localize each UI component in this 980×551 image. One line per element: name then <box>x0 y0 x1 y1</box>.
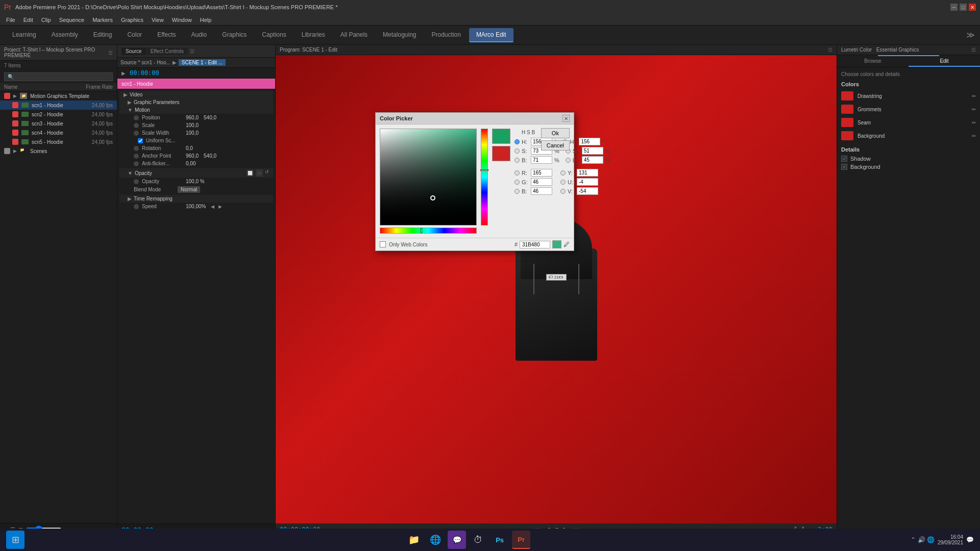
menu-edit[interactable]: Edit <box>19 16 37 24</box>
opacity-pct-value[interactable]: 100,0 % <box>186 179 205 184</box>
edit-tab[interactable]: Edit <box>909 56 980 67</box>
start-button[interactable]: ⊞ <box>6 531 24 549</box>
expand-workspace-btn[interactable]: ≫ <box>966 30 975 40</box>
b-input-1[interactable] <box>531 156 552 164</box>
opacity-btn1[interactable]: ⬜ <box>247 169 254 177</box>
position-x[interactable]: 960,0 <box>186 115 199 120</box>
menu-window[interactable]: Window <box>168 16 196 24</box>
scene-button[interactable]: SCENE 1 - Edit ... <box>179 59 226 66</box>
tab-metaloguing[interactable]: Metaloguing <box>376 28 423 42</box>
taskbar-premiere[interactable]: Pr <box>512 531 530 549</box>
list-item[interactable]: scn4 - Hoodie 24,00 fps <box>0 128 117 137</box>
uniform-scale-checkbox[interactable] <box>138 138 143 143</box>
g-radio[interactable] <box>514 180 520 185</box>
tab-marco-edit[interactable]: MArco Edit <box>469 28 513 42</box>
y-radio[interactable] <box>560 170 566 176</box>
menu-markers[interactable]: Markers <box>88 16 117 24</box>
taskbar-edge[interactable]: 🌐 <box>426 531 445 549</box>
u-input[interactable] <box>577 178 598 186</box>
web-colors-checkbox[interactable] <box>380 241 386 247</box>
seam-swatch[interactable] <box>841 118 853 127</box>
taskbar-photoshop[interactable]: Ps <box>491 531 509 549</box>
list-item[interactable]: ▶ 📁 Motion Graphics Template <box>0 91 117 101</box>
anchor-y[interactable]: 540,0 <box>204 153 216 159</box>
menu-clip[interactable]: Clip <box>37 16 55 24</box>
r-radio[interactable] <box>514 170 520 176</box>
drawstring-swatch[interactable] <box>841 91 853 101</box>
clip-bar[interactable]: scn1 - Hoodie <box>117 79 275 89</box>
r-input[interactable] <box>531 169 552 177</box>
v-input[interactable] <box>577 187 598 195</box>
scale-width-value[interactable]: 100,0 <box>186 130 199 136</box>
list-item[interactable]: ▶ 📁 Scenes <box>0 146 117 156</box>
v-radio[interactable] <box>560 189 566 194</box>
menu-view[interactable]: View <box>148 16 168 24</box>
scale-value[interactable]: 100,0 <box>186 122 199 128</box>
monitor-menu-btn[interactable]: ☰ <box>828 47 832 53</box>
l-input[interactable] <box>582 156 603 164</box>
shadow-checkbox[interactable] <box>841 156 847 162</box>
speed-keyframe-prev[interactable]: ◀ <box>211 204 214 209</box>
list-item[interactable]: scn5 - Hoodie 24,00 fps <box>0 137 117 146</box>
effect-controls-tab[interactable]: Effect Controls <box>146 47 188 55</box>
tab-audio[interactable]: Audio <box>184 28 214 42</box>
grommets-swatch[interactable] <box>841 105 853 114</box>
opacity-section-title[interactable]: ▼ Opacity ⬜ □ ↺ <box>119 168 273 178</box>
menu-help[interactable]: Help <box>196 16 216 24</box>
color-picker-ok-btn[interactable]: Ok <box>541 128 570 138</box>
menu-graphics[interactable]: Graphics <box>117 16 148 24</box>
seam-edit-btn[interactable]: ✏ <box>972 120 976 126</box>
source-monitor-tab[interactable]: Source <box>121 47 146 55</box>
project-panel-menu-btn[interactable]: ☰ <box>108 50 113 56</box>
b2-radio[interactable] <box>514 189 520 194</box>
spectrum-bar[interactable] <box>481 129 488 226</box>
grommets-edit-btn[interactable]: ✏ <box>972 107 976 112</box>
speed-keyframe-next[interactable]: ▶ <box>218 204 222 209</box>
b2-input[interactable] <box>531 187 552 195</box>
list-item[interactable]: scn3 - Hoodie 24,00 fps <box>0 119 117 128</box>
video-section-title[interactable]: ▶ Video <box>119 91 273 98</box>
tab-editing[interactable]: Editing <box>86 28 119 42</box>
background-detail-checkbox[interactable] <box>841 164 847 170</box>
maximize-btn[interactable]: □ <box>960 4 967 11</box>
tab-libraries[interactable]: Libraries <box>295 28 332 42</box>
h-radio-1[interactable] <box>514 139 520 144</box>
tab-all-panels[interactable]: All Panels <box>333 28 375 42</box>
graphic-params-title[interactable]: ▶ Graphic Parameters <box>119 98 273 106</box>
taskbar-file-explorer[interactable]: 📁 <box>405 531 423 549</box>
close-btn[interactable]: ✕ <box>969 4 976 11</box>
project-search-input[interactable] <box>4 72 113 81</box>
tab-effects[interactable]: Effects <box>150 28 183 42</box>
opacity-reset-btn[interactable]: ↺ <box>265 169 269 177</box>
tab-assembly[interactable]: Assembly <box>44 28 85 42</box>
tab-graphics[interactable]: Graphics <box>215 28 254 42</box>
color-picker-cancel-btn[interactable]: Cancel <box>541 140 570 151</box>
s-radio-1[interactable] <box>514 148 520 154</box>
b-radio-1[interactable] <box>514 158 520 163</box>
l-radio[interactable] <box>566 158 571 163</box>
essential-graphics-tab-header[interactable]: Essential Graphics <box>876 47 919 53</box>
h-input-2[interactable] <box>579 138 600 145</box>
taskbar-teams[interactable]: 💬 <box>448 531 466 549</box>
effect-controls-menu-btn[interactable]: ☰ <box>190 48 194 54</box>
taskbar-clock-app[interactable]: ⏱ <box>469 531 487 549</box>
list-item[interactable]: scn2 - Hoodie 24,00 fps <box>0 110 117 119</box>
time-remap-title[interactable]: ▶ Time Remapping <box>119 195 273 203</box>
g-input[interactable] <box>531 178 552 186</box>
color-gradient-square[interactable] <box>380 129 477 226</box>
speed-value[interactable]: 100,00% <box>186 204 206 209</box>
y-input[interactable] <box>577 169 598 177</box>
u-radio[interactable] <box>560 180 566 185</box>
hex-input[interactable] <box>520 241 550 248</box>
right-panel-menu-btn[interactable]: ☰ <box>971 47 976 53</box>
drawstring-edit-btn[interactable]: ✏ <box>972 93 976 99</box>
browse-tab[interactable]: Browse <box>837 56 909 67</box>
minimize-btn[interactable]: ─ <box>950 4 958 11</box>
position-y[interactable]: 540,0 <box>204 115 216 120</box>
notification-btn[interactable]: 💬 <box>966 536 974 543</box>
hue-slider[interactable] <box>380 228 477 234</box>
color-picker-dialog[interactable]: Color Picker ✕ Ok Cancel <box>375 112 574 251</box>
tab-captions[interactable]: Captions <box>255 28 293 42</box>
background-swatch[interactable] <box>841 131 853 140</box>
menu-sequence[interactable]: Sequence <box>55 16 89 24</box>
